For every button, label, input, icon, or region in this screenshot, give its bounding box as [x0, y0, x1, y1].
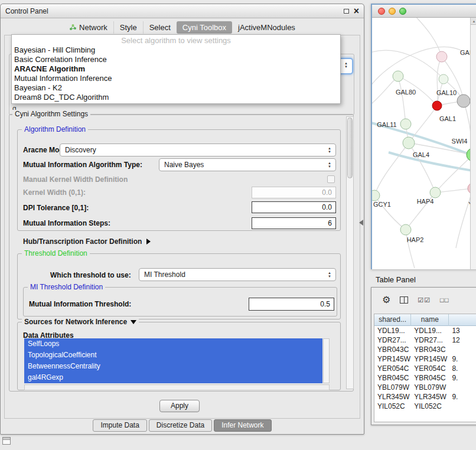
network-canvas-svg: GALGAL80GAL10GAL11GAL1SWI4GAL4GCY1HAP4YH…: [372, 18, 472, 269]
data-attributes-list: SelfLoopsTopologicalCoefficientBetweenne…: [24, 338, 322, 383]
algorithm-option-mutual-information-inference[interactable]: Mutual Information Inference: [12, 74, 340, 83]
close-window-icon[interactable]: ×: [354, 7, 359, 15]
table-header-cell[interactable]: name: [411, 314, 449, 326]
network-edge: [389, 152, 472, 171]
settings-scrollbar-thumb[interactable]: [347, 118, 353, 178]
control-panel-titlebar: Control Panel ×: [1, 4, 364, 18]
gear-icon[interactable]: ⚙: [382, 295, 390, 305]
apply-button[interactable]: Apply: [159, 400, 200, 412]
network-node[interactable]: [439, 74, 448, 84]
algorithm-option-basic-correlation-inference[interactable]: Basic Correlation Inference: [12, 55, 340, 64]
tab-jactivemnodules[interactable]: jActiveMNodules: [232, 21, 301, 34]
table-row[interactable]: YER054CYER054C8.: [374, 364, 476, 373]
network-node[interactable]: [436, 51, 447, 62]
attributes-list-vscrollbar[interactable]: [323, 338, 330, 383]
table-header-cell[interactable]: [449, 314, 476, 326]
panel-collapse-handle[interactable]: [359, 220, 363, 226]
algorithm-dropdown: Select algorithm to view settings Bayesi…: [11, 34, 341, 104]
table-cell: YBL079W: [374, 383, 411, 392]
table-cell: YBL079W: [411, 383, 449, 392]
bottom-tab-infer-network[interactable]: Infer Network: [214, 419, 271, 432]
tab-cyni-toolbox[interactable]: Cyni Toolbox: [177, 21, 232, 34]
which-threshold-select[interactable]: MI Threshold: [139, 268, 336, 281]
network-node[interactable]: [403, 137, 415, 149]
mi-type-label: Mutual Information Algorithm Type:: [23, 161, 142, 169]
network-node[interactable]: [393, 71, 403, 81]
network-node-label: GAL11: [377, 121, 396, 128]
scroll-up-icon[interactable]: ▲: [471, 18, 476, 25]
aracne-mode-select[interactable]: Discovery: [60, 144, 336, 156]
algorithm-option-aracne-algorithm[interactable]: ARACNE Algorithm: [12, 64, 340, 74]
tab-label: Style: [120, 23, 137, 32]
threshold-definition-title: Threshold Definition: [22, 249, 90, 257]
attributes-list-hscrollbar[interactable]: [24, 384, 330, 390]
tab-label: Network: [79, 23, 107, 32]
hub-definition-toggle[interactable]: Hub/Transcription Factor Definition: [23, 237, 151, 246]
zoom-traffic-light-icon[interactable]: [399, 8, 406, 15]
clear-checkboxes-icon[interactable]: □□: [440, 295, 449, 305]
close-traffic-light-icon[interactable]: [378, 8, 385, 15]
table-row[interactable]: YBR043CYBR043C: [374, 345, 476, 354]
attribute-item-gal4rgexp[interactable]: gal4RGexp: [24, 372, 322, 383]
algorithm-definition-title: Algorithm Definition: [22, 125, 88, 133]
dpi-tolerance-input[interactable]: [252, 201, 336, 213]
network-node[interactable]: [432, 101, 442, 110]
network-edge: [406, 230, 415, 268]
attribute-item-betweennesscentrality[interactable]: BetweennessCentrality: [24, 361, 322, 372]
kernel-width-label: Kernel Width (0,1):: [23, 188, 86, 197]
minimize-traffic-light-icon[interactable]: [389, 8, 396, 15]
attribute-item-topologicalcoefficient[interactable]: TopologicalCoefficient: [24, 350, 322, 361]
spinner-arrows-icon: [327, 146, 332, 154]
network-node-label: GCY1: [373, 201, 391, 208]
network-edge: [372, 50, 444, 79]
sources-toggle[interactable]: Sources for Network Inference: [22, 318, 139, 326]
table-row[interactable]: YLR345WYLR345W9.: [374, 392, 476, 402]
tab-style[interactable]: Style: [113, 21, 143, 34]
kernel-width-input[interactable]: [252, 187, 336, 198]
table-row[interactable]: YBL079WYBL079W: [374, 383, 476, 392]
network-node[interactable]: [430, 187, 441, 198]
table-cell: YER054C: [374, 364, 411, 373]
network-canvas[interactable]: GALGAL80GAL10GAL11GAL1SWI4GAL4GCY1HAP4YH…: [372, 18, 476, 269]
select-all-checkboxes-icon[interactable]: ☑☑: [418, 295, 431, 305]
table-row[interactable]: YDR27...YDR27...12: [374, 335, 476, 345]
table-cell: [449, 345, 476, 354]
bottom-tab-impute-data[interactable]: Impute Data: [93, 419, 146, 432]
network-edge: [409, 143, 435, 193]
network-scrollbar[interactable]: ▲: [470, 18, 476, 269]
mi-type-select[interactable]: Naive Bayes: [159, 158, 336, 171]
table-row[interactable]: YBR045CYBR045C9.: [374, 373, 476, 383]
manual-kernel-label: Manual Kernel Width Definition: [23, 175, 128, 184]
table-row[interactable]: YDL19...YDL19...13: [374, 326, 476, 335]
bottom-tab-discretize-data[interactable]: Discretize Data: [149, 419, 212, 432]
aracne-mode-value: Discovery: [65, 146, 96, 154]
manual-kernel-checkbox[interactable]: [327, 175, 335, 183]
algorithm-option-bayesian-k2[interactable]: Bayesian - K2: [12, 83, 340, 93]
table-cell: 12: [449, 335, 476, 345]
columns-icon[interactable]: [400, 296, 408, 304]
algorithm-option-bayesian-hill-climbing[interactable]: Bayesian - Hill Climbing: [12, 45, 340, 55]
network-edge: [372, 47, 462, 89]
float-window-icon[interactable]: [344, 9, 349, 14]
network-node[interactable]: [372, 190, 380, 201]
table-row[interactable]: YIL052CYIL052C: [374, 402, 476, 411]
tab-network[interactable]: Network: [63, 21, 113, 34]
which-threshold-value: MI Threshold: [144, 270, 185, 279]
network-node[interactable]: [400, 224, 411, 235]
network-node[interactable]: [457, 94, 470, 107]
table-header-cell[interactable]: shared...: [374, 314, 411, 326]
table-cell: YDL19...: [411, 326, 449, 335]
attribute-item-selfloops[interactable]: SelfLoops: [24, 338, 322, 350]
network-node[interactable]: [400, 119, 411, 129]
network-node-label: GAL1: [439, 115, 456, 122]
sources-title-label: Sources for Network Inference: [24, 318, 127, 326]
tab-select[interactable]: Select: [143, 21, 177, 34]
mi-steps-input[interactable]: [252, 217, 336, 229]
table-row[interactable]: YPR145WYPR145W9.: [374, 354, 476, 364]
settings-scrollbar[interactable]: [346, 116, 354, 389]
dpi-tolerance-label: DPI Tolerance [0,1]:: [23, 204, 89, 213]
algorithm-option-dream8-dc-tdc-algorithm[interactable]: Dream8 DC_TDC Algorithm: [12, 93, 340, 102]
table-cell: YIL052C: [374, 402, 411, 411]
minimized-panel-icon[interactable]: [2, 437, 11, 445]
mi-threshold-input[interactable]: [249, 298, 334, 311]
